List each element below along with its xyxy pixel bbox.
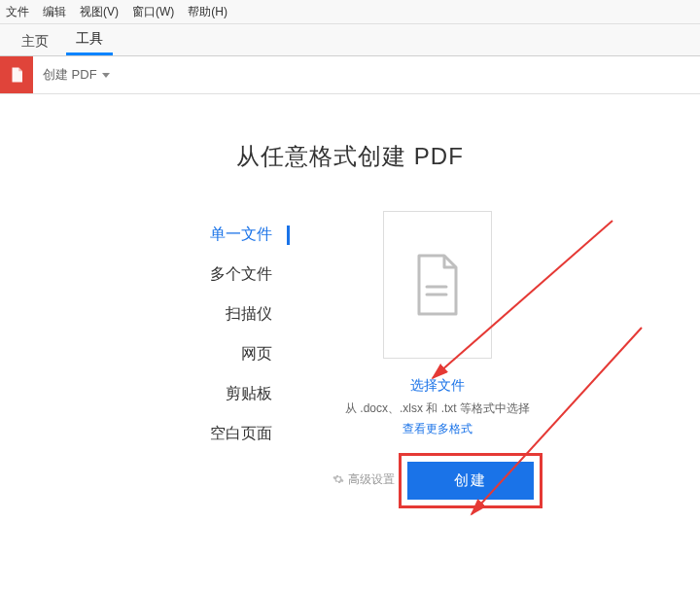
create-pdf-label: 创建 PDF [43, 66, 97, 84]
nav-blank-page[interactable]: 空白页面 [156, 414, 272, 454]
menu-file[interactable]: 文件 [6, 4, 29, 20]
caret-down-icon [102, 73, 110, 78]
nav-scanner[interactable]: 扫描仪 [156, 295, 272, 334]
menu-edit[interactable]: 编辑 [43, 4, 66, 20]
source-type-nav: 单一文件 多个文件 扫描仪 网页 剪贴板 空白页面 [156, 211, 272, 508]
file-icon [411, 254, 464, 316]
nav-webpage[interactable]: 网页 [156, 334, 272, 374]
toolstrip: 创建 PDF [0, 56, 700, 94]
pdf-tool-icon[interactable] [0, 56, 33, 93]
create-button-highlight: 创建 [399, 453, 542, 508]
advanced-settings-label: 高级设置 [348, 471, 395, 488]
menu-view[interactable]: 视图(V) [80, 4, 119, 20]
more-formats-link[interactable]: 查看更多格式 [331, 421, 544, 437]
file-drop-area[interactable] [383, 211, 492, 359]
format-hint: 从 .docx、.xlsx 和 .txt 等格式中选择 [331, 400, 544, 417]
nav-clipboard[interactable]: 剪贴板 [156, 374, 272, 414]
tabbar: 主页 工具 [0, 24, 700, 56]
tab-home[interactable]: 主页 [12, 27, 58, 55]
main-panel: 从任意格式创建 PDF 单一文件 多个文件 扫描仪 网页 剪贴板 空白页面 选择… [0, 94, 700, 591]
nav-single-file[interactable]: 单一文件 [156, 215, 272, 255]
page-title: 从任意格式创建 PDF [0, 141, 700, 172]
create-pdf-dropdown[interactable]: 创建 PDF [33, 66, 120, 84]
gear-icon [332, 473, 344, 485]
menu-help[interactable]: 帮助(H) [188, 4, 228, 20]
menu-window[interactable]: 窗口(W) [132, 4, 174, 20]
create-panel: 选择文件 从 .docx、.xlsx 和 .txt 等格式中选择 查看更多格式 … [331, 211, 544, 508]
menubar: 文件 编辑 视图(V) 窗口(W) 帮助(H) [0, 0, 700, 24]
nav-multiple-files[interactable]: 多个文件 [156, 255, 272, 295]
create-button[interactable]: 创建 [407, 462, 534, 500]
tab-tools[interactable]: 工具 [66, 24, 113, 55]
select-file-link[interactable]: 选择文件 [410, 377, 465, 395]
advanced-settings-link[interactable]: 高级设置 [332, 471, 395, 488]
